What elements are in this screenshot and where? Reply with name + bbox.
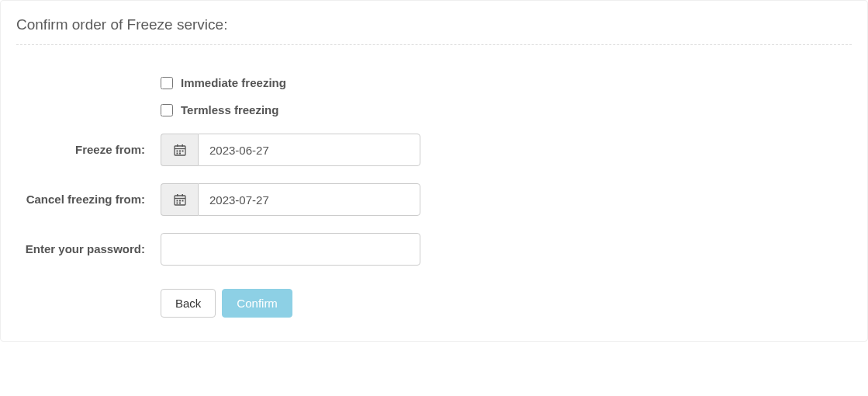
svg-rect-17 <box>179 203 181 204</box>
cancel-from-group: Cancel freezing from: <box>16 183 852 216</box>
svg-rect-8 <box>179 153 181 155</box>
confirm-button[interactable]: Confirm <box>222 289 292 318</box>
button-row: Back Confirm <box>161 289 852 318</box>
freeze-from-input[interactable] <box>198 134 420 166</box>
password-label: Enter your password: <box>16 233 161 257</box>
immediate-freezing-checkbox[interactable] <box>161 77 173 89</box>
svg-rect-4 <box>176 151 178 152</box>
password-input[interactable] <box>161 233 420 266</box>
empty-label <box>16 76 161 84</box>
page-title: Confirm order of Freeze service: <box>16 16 852 45</box>
calendar-icon[interactable] <box>161 134 198 166</box>
freeze-from-group: Freeze from: <box>16 134 852 166</box>
svg-rect-13 <box>176 200 178 202</box>
termless-freezing-row: Termless freezing <box>161 103 420 116</box>
immediate-freezing-label: Immediate freezing <box>181 76 286 89</box>
cancel-from-input[interactable] <box>198 183 420 216</box>
svg-rect-12 <box>182 194 183 196</box>
back-button[interactable]: Back <box>161 289 216 318</box>
svg-rect-11 <box>177 194 178 196</box>
svg-rect-2 <box>177 144 178 147</box>
svg-rect-14 <box>179 200 181 202</box>
password-group: Enter your password: <box>16 233 852 266</box>
svg-rect-16 <box>176 203 178 204</box>
svg-rect-5 <box>179 151 181 152</box>
svg-rect-7 <box>176 153 178 155</box>
termless-freezing-checkbox[interactable] <box>161 104 173 116</box>
svg-rect-6 <box>182 151 183 152</box>
checkbox-group: Immediate freezing Termless freezing <box>16 76 852 116</box>
cancel-from-input-group <box>161 183 420 216</box>
cancel-from-label: Cancel freezing from: <box>16 183 161 207</box>
freeze-from-label: Freeze from: <box>16 134 161 158</box>
freeze-from-input-group <box>161 134 420 166</box>
freeze-form-panel: Confirm order of Freeze service: Immedia… <box>0 0 868 342</box>
freeze-form: Immediate freezing Termless freezing Fre… <box>16 76 852 318</box>
immediate-freezing-row: Immediate freezing <box>161 76 420 89</box>
svg-rect-3 <box>182 144 183 147</box>
svg-rect-15 <box>182 200 183 202</box>
termless-freezing-label: Termless freezing <box>181 103 278 116</box>
calendar-icon[interactable] <box>161 183 198 216</box>
